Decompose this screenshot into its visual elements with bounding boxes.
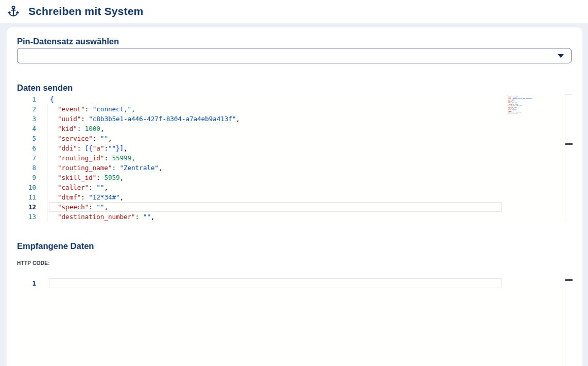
code-token: "12*34#" [89, 193, 119, 201]
code-token [50, 193, 58, 201]
code-token: "" [96, 203, 104, 211]
code-line[interactable]: "uuid": "c8b3b5e1-a446-427f-8304-a7a4eb9… [50, 114, 240, 124]
code-line[interactable]: "routing_name": "Zentrale", [50, 163, 162, 173]
receive-section-heading: Empfangene Daten [17, 240, 94, 252]
code-line[interactable]: { [50, 94, 54, 104]
line-number: 3 [17, 114, 36, 124]
code-token: : [104, 144, 108, 152]
code-token: "" [96, 184, 104, 191]
line-number: 6 [17, 143, 36, 153]
pin-dataset-select[interactable] [17, 48, 572, 63]
code-token: , [521, 112, 521, 114]
code-line[interactable]: "skill_id": 5959, [50, 173, 124, 182]
code-token: : [77, 125, 85, 132]
cursor-position-marker [565, 143, 573, 145]
code-line[interactable]: "speech": "", [50, 202, 108, 212]
line-number: 7 [17, 153, 36, 163]
code-token: : [93, 135, 100, 142]
code-token: , [108, 135, 112, 142]
code-token: ] [120, 144, 124, 152]
code-line[interactable]: "service": "", [50, 134, 112, 143]
code-token: "kid" [58, 125, 77, 132]
top-bar: Schreiben mit System [0, 0, 588, 23]
code-token: { [89, 144, 93, 152]
code-token: , [516, 109, 517, 111]
code-line[interactable]: "caller": "", [50, 182, 108, 192]
current-line-highlight [49, 278, 502, 288]
http-code-label: HTTP CODE: [17, 260, 50, 266]
code-token: "service" [58, 135, 93, 142]
code-token: "destination_number" [508, 112, 518, 114]
code-token: "skill_id" [58, 174, 96, 181]
cursor-position-marker [565, 279, 573, 281]
line-number: 8 [17, 163, 36, 173]
code-token: , [131, 154, 135, 162]
code-token: : [81, 115, 89, 123]
line-number: 4 [17, 124, 36, 134]
code-token: "connect," [93, 105, 131, 113]
received-data-code-editor[interactable]: 1 [17, 278, 572, 366]
code-line[interactable]: "event": "connect,", [50, 104, 135, 114]
code-token: "routing_id" [58, 154, 104, 162]
chevron-down-icon [558, 54, 564, 58]
line-number: 5 [17, 134, 36, 143]
code-token: : [89, 184, 96, 191]
code-token: : [135, 213, 143, 221]
code-token: , [522, 105, 522, 107]
line-number: 12 [17, 202, 36, 212]
code-token [50, 144, 58, 152]
send-data-code-editor[interactable]: 1{2 "event": "connect,",3 "uuid": "c8b3b… [17, 94, 572, 222]
code-line[interactable]: "destination_number": "", [50, 212, 154, 222]
code-token: , [159, 164, 163, 172]
pin-section-heading: Pin-Datensatz auswählen [17, 36, 119, 47]
code-line[interactable]: "routing_id": 55999, [50, 153, 135, 163]
code-token: "" [108, 144, 116, 152]
code-token: "Zentrale" [119, 164, 158, 172]
code-token: , [131, 105, 135, 113]
code-token [50, 184, 58, 191]
overview-ruler[interactable] [565, 94, 572, 222]
code-line[interactable]: "dtmf": "12*34#", [50, 192, 124, 202]
code-token: , [516, 107, 517, 108]
code-token: : [77, 144, 85, 152]
code-token: : [112, 164, 119, 172]
code-token: , [124, 144, 128, 152]
code-token: : [85, 105, 93, 113]
code-token: 55999 [112, 154, 131, 162]
code-token: 1000 [85, 125, 100, 132]
code-token [50, 174, 58, 181]
code-token [50, 154, 58, 162]
code-token: , [151, 213, 155, 221]
code-token [50, 115, 58, 123]
current-line-highlight [49, 202, 502, 212]
line-number: 10 [17, 182, 36, 192]
code-token: "speech" [58, 203, 89, 211]
main-panel: Pin-Datensatz auswählen Daten senden 1{2… [7, 27, 582, 366]
code-line[interactable]: "kid": 1000, [50, 124, 104, 134]
code-token [50, 213, 58, 221]
code-token [50, 203, 58, 211]
code-token: , [104, 184, 108, 191]
code-token [50, 135, 58, 142]
code-token: : [96, 174, 104, 181]
code-token: , [104, 203, 108, 211]
code-token: "caller" [58, 184, 89, 191]
code-line[interactable]: "ddi": [{"a":""}], [50, 143, 128, 153]
line-number: 13 [17, 212, 36, 222]
line-number: 2 [17, 104, 36, 114]
code-token: "uuid" [58, 115, 81, 123]
overview-ruler[interactable] [565, 278, 572, 366]
code-token: "event" [58, 105, 85, 113]
line-number: 1 [17, 278, 36, 288]
minimap[interactable]: { "event": "connect,", "uuid": "c8b3b5e1… [507, 95, 564, 116]
code-token: , [120, 174, 124, 181]
code-token: "" [143, 213, 151, 221]
code-token: "destination_number" [58, 213, 135, 221]
code-token: { [50, 95, 54, 103]
code-token: "a" [93, 144, 105, 152]
indent-guide [47, 104, 47, 222]
code-token: , [236, 115, 240, 123]
code-token: } [116, 144, 120, 152]
code-token [50, 105, 58, 113]
code-token: 5959 [104, 174, 119, 181]
